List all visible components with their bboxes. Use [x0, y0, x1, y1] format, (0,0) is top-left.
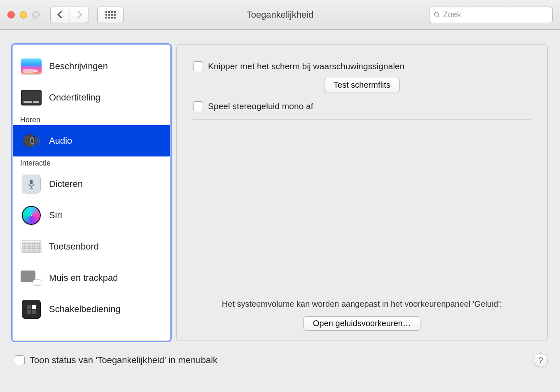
- sidebar-item-label: Toetsenbord: [49, 241, 99, 252]
- window-footer: Toon status van 'Toegankelijkheid' in me…: [0, 346, 560, 367]
- settings-pane: Knipper met het scherm bij waarschuwings…: [176, 44, 548, 341]
- sidebar-item-label: Schakelbediening: [49, 304, 121, 315]
- volume-hint-text: Het systeemvolume kan worden aangepast i…: [193, 298, 531, 310]
- open-sound-preferences-button[interactable]: Open geluidsvoorkeuren…: [303, 316, 420, 331]
- svg-line-1: [438, 16, 439, 17]
- flash-screen-checkbox[interactable]: [193, 61, 203, 71]
- pane-footer: Het systeemvolume kan worden aangepast i…: [193, 298, 531, 331]
- microphone-icon: [22, 175, 41, 194]
- zoom-window-button: [32, 11, 40, 19]
- sidebar-item-label: Ondertiteling: [49, 92, 100, 103]
- divider: [193, 119, 531, 120]
- play-mono-row: Speel stereogeluid mono af: [193, 101, 531, 111]
- svg-point-5: [31, 138, 33, 143]
- sidebar-item-mouse-trackpad[interactable]: Muis en trackpad: [13, 262, 170, 294]
- forward-button: [70, 7, 89, 23]
- sidebar-item-label: Muis en trackpad: [49, 273, 118, 283]
- mouse-trackpad-icon: [21, 271, 42, 285]
- descriptions-icon: [21, 58, 42, 74]
- sidebar-item-captions[interactable]: Ondertiteling: [13, 82, 170, 113]
- help-icon: ?: [538, 356, 543, 365]
- minimize-window-button[interactable]: [20, 11, 27, 19]
- sidebar-item-switch-control[interactable]: Schakelbediening: [13, 294, 170, 325]
- titlebar: Toegankelijkheid: [0, 0, 560, 30]
- test-screen-flash-button[interactable]: Test schermflits: [324, 78, 400, 92]
- captions-icon: [21, 90, 42, 105]
- chevron-right-icon: [75, 11, 82, 18]
- back-button[interactable]: [51, 7, 70, 23]
- category-sidebar[interactable]: Beschrijvingen Ondertiteling Horen Audio…: [12, 44, 170, 341]
- sidebar-item-label: Siri: [49, 210, 62, 221]
- show-menubar-status-row: Toon status van 'Toegankelijkheid' in me…: [15, 355, 217, 366]
- keyboard-icon: [21, 240, 42, 253]
- switch-control-icon: [22, 300, 41, 319]
- flash-screen-row: Knipper met het scherm bij waarschuwings…: [193, 61, 531, 71]
- sidebar-item-keyboard[interactable]: Toetsenbord: [13, 231, 170, 262]
- show-all-button[interactable]: [97, 7, 124, 23]
- show-menubar-status-checkbox[interactable]: [15, 355, 25, 365]
- search-icon: [434, 11, 441, 19]
- play-mono-checkbox[interactable]: [193, 101, 203, 111]
- sidebar-item-audio[interactable]: Audio: [13, 125, 170, 156]
- show-menubar-status-label: Toon status van 'Toegankelijkheid' in me…: [30, 355, 217, 366]
- play-mono-label: Speel stereogeluid mono af: [208, 101, 313, 111]
- nav-back-forward: [50, 7, 89, 23]
- search-field-wrap[interactable]: [429, 7, 553, 23]
- sidebar-item-label: Dicteren: [49, 179, 83, 189]
- svg-point-0: [434, 12, 439, 16]
- sidebar-item-descriptions[interactable]: Beschrijvingen: [13, 51, 170, 82]
- help-button[interactable]: ?: [534, 353, 548, 367]
- siri-icon: [22, 206, 41, 225]
- sidebar-item-label: Beschrijvingen: [49, 61, 108, 72]
- grid-icon: [105, 11, 116, 19]
- sidebar-item-siri[interactable]: Siri: [13, 200, 170, 231]
- speaker-icon: [20, 132, 42, 150]
- flash-screen-label: Knipper met het scherm bij waarschuwings…: [208, 61, 404, 71]
- svg-rect-6: [30, 180, 33, 184]
- close-window-button[interactable]: [7, 11, 15, 19]
- window-controls: [7, 11, 40, 19]
- sidebar-group-hearing: Horen: [13, 113, 170, 125]
- sidebar-group-interaction: Interactie: [13, 156, 170, 168]
- sidebar-item-label: Audio: [49, 135, 72, 146]
- search-input[interactable]: [443, 10, 548, 19]
- content-area: Beschrijvingen Ondertiteling Horen Audio…: [0, 30, 560, 346]
- chevron-left-icon: [57, 11, 65, 18]
- sidebar-item-dictation[interactable]: Dicteren: [13, 168, 170, 200]
